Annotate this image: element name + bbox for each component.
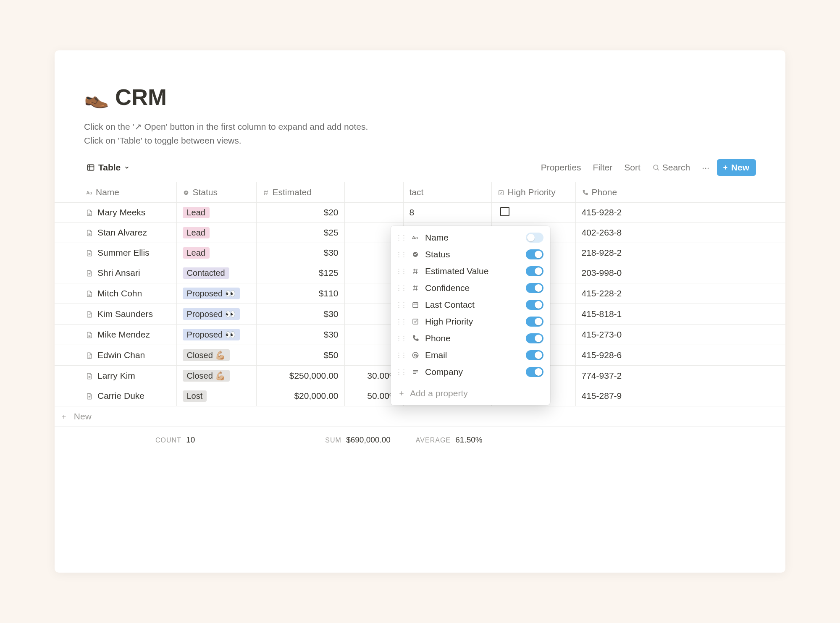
property-toggle[interactable]	[526, 233, 543, 243]
drag-handle-icon[interactable]: ⋮⋮	[396, 318, 406, 325]
estimated-cell[interactable]: $110	[256, 283, 344, 304]
name-text: Larry Kim	[97, 371, 135, 380]
new-row[interactable]: New	[55, 406, 785, 427]
contact-cell[interactable]: 8	[403, 202, 491, 222]
svg-line-12	[267, 191, 267, 195]
estimated-cell[interactable]: $20,000.00	[256, 386, 344, 406]
name-cell[interactable]: Shri Ansari	[55, 263, 176, 283]
add-property-button[interactable]: Add a property	[391, 383, 550, 402]
column-header-estimated[interactable]: Estimated	[256, 182, 344, 202]
property-toggle[interactable]	[526, 350, 543, 360]
property-item[interactable]: ⋮⋮Status	[391, 246, 550, 263]
priority-cell[interactable]	[491, 202, 575, 222]
new-button[interactable]: New	[717, 159, 756, 176]
status-cell[interactable]: Proposed 👀	[176, 283, 256, 304]
status-cell[interactable]: Closed 💪🏼	[176, 365, 256, 386]
phone-cell[interactable]: 218-928-2	[575, 243, 785, 263]
property-item[interactable]: ⋮⋮AaName	[391, 229, 550, 246]
drag-handle-icon[interactable]: ⋮⋮	[396, 335, 406, 342]
phone-cell[interactable]: 415-818-1	[575, 304, 785, 324]
drag-handle-icon[interactable]: ⋮⋮	[396, 368, 406, 376]
status-cell[interactable]: Closed 💪🏼	[176, 345, 256, 365]
drag-handle-icon[interactable]: ⋮⋮	[396, 284, 406, 292]
more-button[interactable]: ···	[698, 160, 714, 175]
drag-handle-icon[interactable]: ⋮⋮	[396, 251, 406, 258]
status-cell[interactable]: Contacted	[176, 263, 256, 283]
property-item[interactable]: ⋮⋮Phone	[391, 330, 550, 347]
status-tag: Contacted	[183, 267, 229, 279]
phone-cell[interactable]: 402-263-8	[575, 222, 785, 243]
phone-cell[interactable]: 415-228-2	[575, 283, 785, 304]
confidence-cell[interactable]	[344, 202, 403, 222]
column-header-name[interactable]: AaName	[55, 182, 176, 202]
table-row[interactable]: Mary MeeksLead$208415-928-2	[55, 202, 785, 222]
name-text: Shri Ansari	[97, 268, 140, 277]
drag-handle-icon[interactable]: ⋮⋮	[396, 234, 406, 241]
filter-button[interactable]: Filter	[589, 160, 617, 175]
phone-cell[interactable]: 415-928-2	[575, 202, 785, 222]
estimated-cell[interactable]: $30	[256, 243, 344, 263]
estimated-cell[interactable]: $50	[256, 345, 344, 365]
name-cell[interactable]: Mitch Cohn	[55, 283, 176, 304]
sort-button[interactable]: Sort	[620, 160, 645, 175]
name-cell[interactable]: Mike Mendez	[55, 324, 176, 345]
property-item[interactable]: ⋮⋮Estimated Value	[391, 263, 550, 280]
status-tag: Lead	[183, 247, 210, 259]
property-toggle[interactable]	[526, 283, 543, 293]
properties-button[interactable]: Properties	[537, 160, 585, 175]
column-header-priority[interactable]: High Priority	[491, 182, 575, 202]
phone-cell[interactable]: 415-287-9	[575, 386, 785, 406]
estimated-cell[interactable]: $250,000.00	[256, 365, 344, 386]
property-toggle[interactable]	[526, 317, 543, 327]
drag-handle-icon[interactable]: ⋮⋮	[396, 301, 406, 309]
status-tag: Lead	[183, 207, 210, 218]
priority-checkbox[interactable]	[500, 207, 509, 216]
phone-cell[interactable]: 415-273-0	[575, 324, 785, 345]
column-header-phone[interactable]: Phone	[575, 182, 785, 202]
status-cell[interactable]: Proposed 👀	[176, 304, 256, 324]
phone-cell[interactable]: 415-928-6	[575, 345, 785, 365]
estimated-cell[interactable]: $125	[256, 263, 344, 283]
view-switcher[interactable]: Table	[84, 160, 132, 175]
column-header-contact[interactable]: tact	[403, 182, 491, 202]
name-cell[interactable]: Mary Meeks	[55, 202, 176, 222]
status-cell[interactable]: Lead	[176, 202, 256, 222]
drag-handle-icon[interactable]: ⋮⋮	[396, 267, 406, 275]
column-header-confidence[interactable]	[344, 182, 403, 202]
drag-handle-icon[interactable]: ⋮⋮	[396, 351, 406, 359]
estimated-cell[interactable]: $20	[256, 202, 344, 222]
property-item[interactable]: ⋮⋮High Priority	[391, 313, 550, 330]
property-item[interactable]: ⋮⋮Company	[391, 364, 550, 380]
property-item[interactable]: ⋮⋮Email	[391, 347, 550, 364]
page-description: Click on the '↗ Open' button in the firs…	[84, 120, 756, 147]
property-toggle[interactable]	[526, 367, 543, 377]
status-cell[interactable]: Lead	[176, 222, 256, 243]
property-item[interactable]: ⋮⋮Last Contact	[391, 296, 550, 313]
search-button[interactable]: Search	[648, 160, 695, 175]
phone-cell[interactable]: 774-937-2	[575, 365, 785, 386]
status-cell[interactable]: Lost	[176, 386, 256, 406]
status-cell[interactable]: Lead	[176, 243, 256, 263]
phone-cell[interactable]: 203-998-0	[575, 263, 785, 283]
name-cell[interactable]: Carrie Duke	[55, 386, 176, 406]
property-label: High Priority	[425, 317, 521, 327]
name-cell[interactable]: Kim Saunders	[55, 304, 176, 324]
status-cell[interactable]: Proposed 👀	[176, 324, 256, 345]
property-toggle[interactable]	[526, 333, 543, 343]
property-toggle[interactable]	[526, 266, 543, 276]
name-cell[interactable]: Larry Kim	[55, 365, 176, 386]
name-cell[interactable]: Edwin Chan	[55, 345, 176, 365]
estimated-cell[interactable]: $30	[256, 304, 344, 324]
estimated-cell[interactable]: $30	[256, 324, 344, 345]
property-toggle[interactable]	[526, 300, 543, 310]
new-row-label: New	[74, 411, 92, 421]
property-item[interactable]: ⋮⋮Confidence	[391, 280, 550, 296]
name-cell[interactable]: Summer Ellis	[55, 243, 176, 263]
add-property-label: Add a property	[410, 388, 468, 398]
estimated-cell[interactable]: $25	[256, 222, 344, 243]
name-cell[interactable]: Stan Alvarez	[55, 222, 176, 243]
property-toggle[interactable]	[526, 249, 543, 259]
status-tag: Lost	[183, 390, 207, 402]
column-header-status[interactable]: Status	[176, 182, 256, 202]
count-stat: COUNT 10	[155, 435, 195, 445]
